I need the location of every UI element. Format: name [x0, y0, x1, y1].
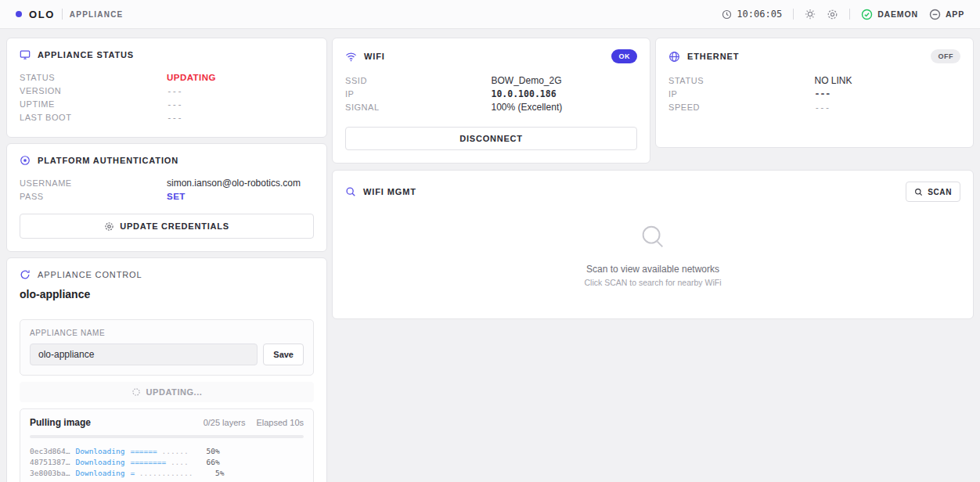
hostname: olo-appliance [20, 288, 314, 300]
ip-row: IP 10.0.100.186 [345, 88, 637, 101]
empty-state-title: Scan to view available networks [586, 264, 719, 275]
check-circle-icon [861, 9, 873, 20]
gear-icon [104, 221, 114, 232]
layer-bar-fill: ====== [130, 446, 157, 457]
uptime-value: --- [167, 98, 182, 111]
layer-bar-rest: ............ [135, 468, 193, 479]
appliance-name-label: APPLIANCE NAME [30, 329, 304, 337]
monitor-icon [20, 49, 31, 60]
card-title: WIFI [364, 52, 385, 61]
divider [62, 9, 63, 20]
layer-bar-rest: ...... [157, 446, 189, 457]
scan-label: SCAN [928, 188, 952, 196]
row-label: SPEED [668, 101, 815, 114]
globe-icon [668, 51, 680, 63]
appliance-status-card: APPLIANCE STATUS STATUS UPDATING VERSION… [6, 38, 327, 138]
row-label: SSID [345, 74, 492, 88]
app-status-badge: APP [929, 9, 964, 20]
appliance-name-input[interactable] [30, 344, 258, 365]
version-value: --- [167, 85, 182, 98]
eth-speed-value: --- [815, 101, 830, 114]
brand-dot-icon [16, 11, 22, 17]
update-credentials-button[interactable]: UPDATE CREDENTIALS [20, 214, 314, 239]
row-label: PASS [20, 190, 167, 203]
last-boot-row: LAST BOOT --- [20, 111, 314, 124]
status-row: STATUS UPDATING [20, 71, 314, 85]
clock-icon [722, 9, 732, 20]
top-bar: OLO APPLIANCE 10:06:05 DAEMON APP [0, 0, 980, 29]
empty-state-subtitle: Click SCAN to search for nearby WiFi [584, 278, 721, 287]
gear-icon [827, 9, 838, 20]
ssid-row: SSID BOW_Demo_2G [345, 74, 637, 88]
layer-hash: 0ec3d864… [30, 446, 70, 457]
pull-progress-panel: Pulling image 0/25 layers Elapsed 10s 0e… [20, 408, 314, 482]
search-icon [914, 188, 923, 196]
row-label: USERNAME [20, 177, 167, 190]
row-label: VERSION [20, 85, 167, 98]
sun-icon [805, 9, 816, 20]
target-icon [20, 155, 31, 166]
clock: 10:06:05 [722, 9, 782, 20]
updating-label: UPDATING... [146, 387, 203, 397]
pull-log-line: 0ec3d864… Downloading ====== ...... 50% [30, 446, 304, 457]
pass-row: PASS SET [20, 190, 314, 203]
brand-name: OLO [29, 9, 55, 20]
ethernet-status-badge: OFF [931, 49, 960, 63]
row-label: LAST BOOT [20, 111, 167, 124]
ip-value: 10.0.100.186 [492, 88, 557, 101]
layer-percent: 5% [193, 468, 225, 479]
layer-percent: 66% [189, 457, 220, 468]
row-label: IP [668, 88, 815, 101]
eth-speed-row: SPEED --- [668, 101, 960, 114]
divider [849, 9, 850, 20]
search-icon [345, 186, 356, 197]
eth-ip-value: --- [815, 88, 831, 101]
layer-bar-fill: ======== [130, 457, 166, 468]
card-title: ETHERNET [687, 52, 739, 61]
eth-status-row: STATUS NO LINK [668, 74, 960, 88]
row-label: STATUS [20, 71, 167, 85]
app-label: APP [946, 9, 964, 19]
version-row: VERSION --- [20, 85, 314, 98]
theme-toggle-button[interactable] [805, 9, 816, 20]
layer-hash: 3e8003ba… [30, 468, 70, 479]
wifi-card: WIFI OK SSID BOW_Demo_2G IP 10.0.100.186… [332, 38, 650, 164]
wifi-mgmt-empty-state: Scan to view available networks Click SC… [345, 202, 960, 311]
row-label: SIGNAL [345, 101, 492, 114]
layer-bar-rest: .... [166, 457, 189, 468]
uptime-row: UPTIME --- [20, 98, 314, 111]
disconnect-button[interactable]: DISCONNECT [345, 127, 637, 150]
eth-status-value: NO LINK [815, 74, 852, 88]
minus-circle-icon [929, 9, 941, 20]
main-content: APPLIANCE STATUS STATUS UPDATING VERSION… [0, 29, 980, 482]
signal-row: SIGNAL 100% (Excellent) [345, 101, 637, 114]
pass-value: SET [167, 190, 186, 203]
pull-progress-track [30, 435, 304, 438]
username-row: USERNAME simon.ianson@olo-robotics.com [20, 177, 314, 190]
update-credentials-label: UPDATE CREDENTIALS [120, 221, 229, 231]
row-label: STATUS [668, 74, 815, 88]
row-label: IP [345, 88, 492, 101]
pull-log-line: 3e8003ba… Downloading = ............ 5% [30, 468, 304, 479]
nav-item-appliance[interactable]: APPLIANCE [70, 10, 124, 19]
settings-button[interactable] [827, 9, 838, 20]
pull-title: Pulling image [30, 417, 193, 428]
card-title: APPLIANCE CONTROL [38, 270, 142, 279]
pull-layers: 0/25 layers [204, 418, 246, 427]
daemon-label: DAEMON [877, 9, 918, 19]
layer-action: Downloading [75, 446, 124, 457]
wifi-mgmt-card: WIFI MGMT SCAN Scan to view available ne… [332, 170, 974, 319]
search-icon [638, 222, 668, 254]
card-title: PLATFORM AUTHENTICATION [38, 156, 178, 165]
appliance-name-panel: APPLIANCE NAME Save [20, 319, 314, 376]
last-boot-value: --- [167, 111, 182, 124]
pull-elapsed: Elapsed 10s [256, 418, 304, 427]
eth-ip-row: IP --- [668, 88, 960, 101]
pull-log-line: 48751387… Downloading ======== .... 66% [30, 457, 304, 468]
signal-value: 100% (Excellent) [492, 101, 563, 114]
layer-percent: 50% [189, 446, 220, 457]
brand: OLO APPLIANCE [16, 9, 123, 20]
scan-button[interactable]: SCAN [906, 182, 960, 202]
save-button[interactable]: Save [263, 344, 304, 365]
layer-action: Downloading [75, 457, 124, 468]
